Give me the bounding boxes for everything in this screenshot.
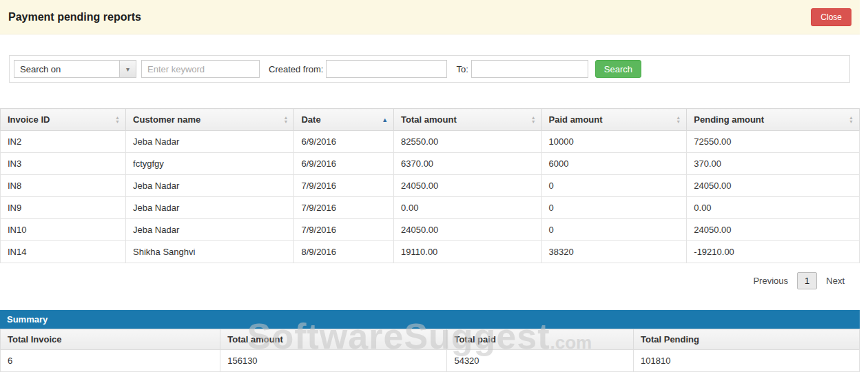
table-cell: 7/9/2016 bbox=[294, 219, 394, 241]
summary-values-row: 6 156130 54320 101810 bbox=[1, 350, 860, 372]
table-cell: 24050.00 bbox=[687, 175, 860, 197]
summary-value-total-amount: 156130 bbox=[220, 350, 447, 372]
close-button[interactable]: Close bbox=[811, 8, 851, 26]
table-cell: 0.00 bbox=[687, 197, 860, 219]
table-cell: 0 bbox=[541, 219, 687, 241]
pagination-page-1[interactable]: 1 bbox=[797, 272, 817, 289]
table-cell: Jeba Nadar bbox=[126, 131, 294, 153]
column-header-pending-amount[interactable]: Pending amount ▲▼ bbox=[687, 109, 860, 131]
table-cell: 0 bbox=[541, 197, 687, 219]
sort-icon: ▲▼ bbox=[115, 116, 120, 124]
table-cell: IN10 bbox=[1, 219, 126, 241]
table-cell: 24050.00 bbox=[394, 219, 541, 241]
table-row: IN14Shikha Sanghvi8/9/201619110.0038320-… bbox=[1, 241, 860, 263]
keyword-input[interactable] bbox=[141, 60, 260, 78]
sort-icon: ▲▼ bbox=[676, 116, 681, 124]
column-header-invoice-id[interactable]: Invoice ID ▲▼ bbox=[1, 109, 126, 131]
table-cell: IN2 bbox=[1, 131, 126, 153]
column-header-total-amount[interactable]: Total amount ▲▼ bbox=[394, 109, 541, 131]
summary-value-total-pending: 101810 bbox=[634, 350, 860, 372]
table-row: IN2Jeba Nadar6/9/201682550.001000072550.… bbox=[1, 131, 860, 153]
table-cell: IN8 bbox=[1, 175, 126, 197]
column-header-date[interactable]: Date ▲ bbox=[294, 109, 394, 131]
summary-value-total-paid: 54320 bbox=[447, 350, 634, 372]
column-header-paid-amount[interactable]: Paid amount ▲▼ bbox=[541, 109, 687, 131]
table-cell: 7/9/2016 bbox=[294, 175, 394, 197]
to-input[interactable] bbox=[471, 60, 588, 78]
table-header-row: Invoice ID ▲▼ Customer name ▲▼ Date ▲ To… bbox=[1, 109, 860, 131]
summary-header-row: Total Invoice Total amount Total paid To… bbox=[1, 329, 860, 350]
summary-section: Summary Total Invoice Total amount Total… bbox=[0, 310, 860, 372]
table-row: IN8Jeba Nadar7/9/201624050.00024050.00 bbox=[1, 175, 860, 197]
sort-icon: ▲▼ bbox=[849, 116, 854, 124]
pagination-previous[interactable]: Previous bbox=[753, 276, 788, 286]
created-from-input[interactable] bbox=[326, 60, 447, 78]
table-cell: 0 bbox=[541, 175, 687, 197]
table-cell: Jeba Nadar bbox=[126, 197, 294, 219]
table-row: IN9Jeba Nadar7/9/20160.0000.00 bbox=[1, 197, 860, 219]
pagination-next[interactable]: Next bbox=[826, 276, 845, 286]
sort-icon: ▲▼ bbox=[284, 116, 289, 124]
table-cell: 8/9/2016 bbox=[294, 241, 394, 263]
invoice-table-body: IN2Jeba Nadar6/9/201682550.001000072550.… bbox=[1, 131, 860, 263]
table-cell: 6000 bbox=[541, 153, 687, 175]
table-cell: Jeba Nadar bbox=[126, 219, 294, 241]
table-cell: 82550.00 bbox=[394, 131, 541, 153]
table-row: IN3fctygfgy6/9/20166370.006000370.00 bbox=[1, 153, 860, 175]
table-cell: fctygfgy bbox=[126, 153, 294, 175]
sort-icon: ▲▼ bbox=[531, 116, 536, 124]
column-header-label: Date bbox=[301, 114, 320, 125]
column-header-label: Total amount bbox=[401, 114, 457, 125]
table-cell: 6/9/2016 bbox=[294, 153, 394, 175]
summary-column-total-invoice: Total Invoice bbox=[1, 329, 220, 350]
table-cell: IN9 bbox=[1, 197, 126, 219]
table-cell: 0.00 bbox=[394, 197, 541, 219]
chevron-down-icon[interactable]: ▾ bbox=[119, 61, 136, 77]
payment-pending-reports-page: Payment pending reports Close Search on … bbox=[0, 0, 860, 372]
table-cell: 6370.00 bbox=[394, 153, 541, 175]
table-cell: 19110.00 bbox=[394, 241, 541, 263]
table-cell: 38320 bbox=[541, 241, 687, 263]
search-on-dropdown[interactable]: Search on ▾ bbox=[14, 60, 136, 78]
table-cell: Jeba Nadar bbox=[126, 175, 294, 197]
table-cell: 7/9/2016 bbox=[294, 197, 394, 219]
search-panel: Search on ▾ Created from: To: Search bbox=[9, 55, 850, 83]
summary-column-total-paid: Total paid bbox=[447, 329, 634, 350]
invoice-table: Invoice ID ▲▼ Customer name ▲▼ Date ▲ To… bbox=[0, 108, 860, 263]
pagination: Previous 1 Next bbox=[0, 272, 845, 289]
to-label: To: bbox=[456, 64, 468, 74]
table-cell: IN14 bbox=[1, 241, 126, 263]
column-header-label: Invoice ID bbox=[8, 114, 50, 125]
search-on-selected-value: Search on bbox=[14, 61, 119, 77]
column-header-customer-name[interactable]: Customer name ▲▼ bbox=[126, 109, 294, 131]
header-bar: Payment pending reports Close bbox=[0, 0, 860, 34]
table-cell: 24050.00 bbox=[687, 219, 860, 241]
table-cell: 72550.00 bbox=[687, 131, 860, 153]
created-from-label: Created from: bbox=[269, 64, 323, 74]
table-cell: 6/9/2016 bbox=[294, 131, 394, 153]
summary-header: Summary bbox=[0, 310, 860, 329]
column-header-label: Pending amount bbox=[694, 114, 764, 125]
summary-column-total-amount: Total amount bbox=[220, 329, 447, 350]
column-header-label: Paid amount bbox=[549, 114, 603, 125]
table-cell: -19210.00 bbox=[687, 241, 860, 263]
page-title: Payment pending reports bbox=[8, 11, 141, 23]
table-cell: Shikha Sanghvi bbox=[126, 241, 294, 263]
search-button[interactable]: Search bbox=[595, 60, 641, 78]
table-row: IN10Jeba Nadar7/9/201624050.00024050.00 bbox=[1, 219, 860, 241]
table-cell: 10000 bbox=[541, 131, 687, 153]
column-header-label: Customer name bbox=[133, 114, 200, 125]
summary-table: Total Invoice Total amount Total paid To… bbox=[0, 329, 860, 372]
summary-column-total-pending: Total Pending bbox=[634, 329, 860, 350]
sort-ascending-icon: ▲ bbox=[382, 116, 388, 123]
table-cell: 24050.00 bbox=[394, 175, 541, 197]
summary-value-total-invoice: 6 bbox=[1, 350, 220, 372]
table-cell: IN3 bbox=[1, 153, 126, 175]
table-cell: 370.00 bbox=[687, 153, 860, 175]
